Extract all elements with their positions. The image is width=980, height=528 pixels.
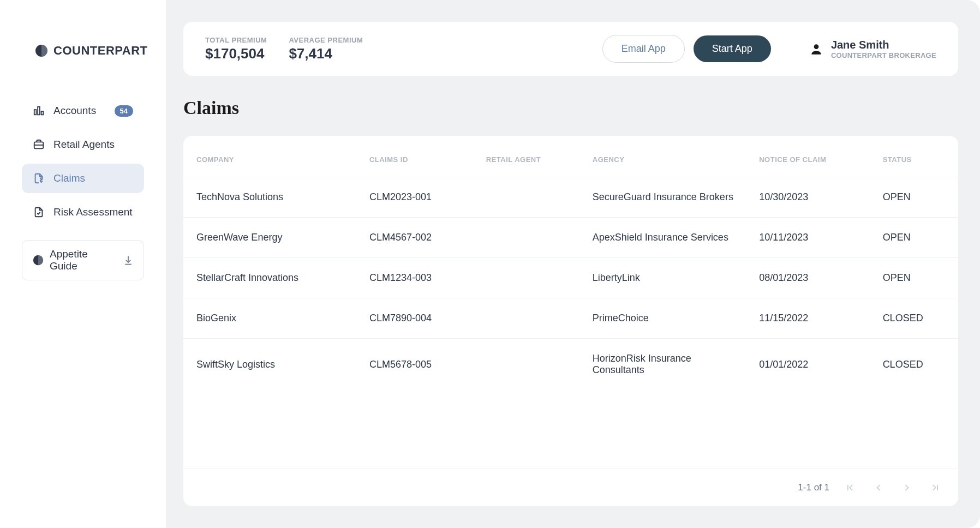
- cell-retail_agent: [475, 177, 582, 218]
- cell-retail_agent: [475, 218, 582, 258]
- sidebar-item-claims[interactable]: Claims: [22, 164, 144, 193]
- sidebar-item-retail-agents[interactable]: Retail Agents: [22, 130, 144, 159]
- sidebar-item-label: Retail Agents: [53, 139, 115, 151]
- svg-rect-2: [38, 107, 40, 115]
- col-status[interactable]: STATUS: [872, 136, 958, 177]
- svg-rect-1: [34, 110, 37, 115]
- user-org: COUNTERPART BROKERAGE: [831, 51, 936, 59]
- cell-company: GreenWave Energy: [183, 218, 358, 258]
- sidebar-item-label: Claims: [53, 172, 85, 184]
- cell-notice: 01/01/2022: [748, 339, 871, 391]
- col-agency[interactable]: AGENCY: [582, 136, 748, 177]
- file-check-icon: [33, 206, 45, 218]
- start-app-button[interactable]: Start App: [694, 35, 771, 62]
- pagination-prev-icon[interactable]: [871, 480, 886, 495]
- cell-status: OPEN: [872, 177, 958, 218]
- table-row[interactable]: StellarCraft InnovationsCLM1234-003Liber…: [183, 258, 958, 298]
- svg-rect-3: [41, 111, 44, 115]
- appetite-guide-button[interactable]: Appetite Guide: [22, 240, 144, 280]
- sidebar-item-label: Risk Assessment: [53, 206, 133, 218]
- briefcase-icon: [33, 139, 45, 151]
- brand-logo-mark-icon: [35, 44, 48, 57]
- sidebar-item-label: Accounts: [53, 105, 96, 117]
- cell-agency: SecureGuard Insurance Brokers: [582, 177, 748, 218]
- cell-agency: PrimeChoice: [582, 298, 748, 339]
- table-row[interactable]: BioGenixCLM7890-004PrimeChoice11/15/2022…: [183, 298, 958, 339]
- metric-label: TOTAL PREMIUM: [205, 36, 267, 44]
- cell-status: CLOSED: [872, 298, 958, 339]
- cell-company: SwiftSky Logistics: [183, 339, 358, 391]
- col-notice[interactable]: NOTICE OF CLAIM: [748, 136, 871, 177]
- cell-company: BioGenix: [183, 298, 358, 339]
- sidebar-item-risk-assessment[interactable]: Risk Assessment: [22, 197, 144, 227]
- cell-claims_id: CLM7890-004: [358, 298, 475, 339]
- cell-retail_agent: [475, 339, 582, 391]
- metric-label: AVERAGE PREMIUM: [289, 36, 363, 44]
- metric-average-premium: AVERAGE PREMIUM $7,414: [289, 36, 363, 62]
- claims-table: COMPANY CLAIMS ID RETAIL AGENT AGENCY NO…: [183, 136, 958, 390]
- cell-company: StellarCraft Innovations: [183, 258, 358, 298]
- pagination-first-icon[interactable]: [842, 480, 858, 495]
- email-app-button[interactable]: Email App: [602, 35, 685, 63]
- brand-logo[interactable]: COUNTERPART: [22, 44, 144, 58]
- cell-notice: 11/15/2022: [748, 298, 871, 339]
- cell-agency: HorizonRisk Insurance Consultants: [582, 339, 748, 391]
- pagination-next-icon[interactable]: [899, 480, 915, 495]
- file-money-icon: [33, 172, 45, 184]
- cell-status: CLOSED: [872, 339, 958, 391]
- cell-claims_id: CLM2023-001: [358, 177, 475, 218]
- user-avatar-icon: [809, 42, 823, 56]
- cell-claims_id: CLM1234-003: [358, 258, 475, 298]
- cell-notice: 08/01/2023: [748, 258, 871, 298]
- bar-chart-icon: [33, 105, 45, 117]
- cell-company: TechNova Solutions: [183, 177, 358, 218]
- metric-value: $170,504: [205, 45, 267, 62]
- pagination-range: 1-1 of 1: [798, 482, 829, 493]
- table-row[interactable]: TechNova SolutionsCLM2023-001SecureGuard…: [183, 177, 958, 218]
- user-name: Jane Smith: [831, 39, 936, 51]
- sidebar-nav: Accounts 54 Retail Agents Claims Risk A: [22, 96, 144, 227]
- metric-total-premium: TOTAL PREMIUM $170,504: [205, 36, 267, 62]
- cell-retail_agent: [475, 258, 582, 298]
- svg-point-6: [814, 44, 819, 49]
- metric-value: $7,414: [289, 45, 363, 62]
- cell-agency: ApexShield Insurance Services: [582, 218, 748, 258]
- claims-card: COMPANY CLAIMS ID RETAIL AGENT AGENCY NO…: [183, 136, 958, 506]
- cell-notice: 10/11/2023: [748, 218, 871, 258]
- topbar: TOTAL PREMIUM $170,504 AVERAGE PREMIUM $…: [183, 22, 958, 76]
- col-claims-id[interactable]: CLAIMS ID: [358, 136, 475, 177]
- user-menu[interactable]: Jane Smith COUNTERPART BROKERAGE: [809, 39, 936, 59]
- download-icon: [123, 255, 134, 266]
- page-title: Claims: [183, 98, 958, 118]
- appetite-guide-label: Appetite Guide: [50, 248, 117, 272]
- cell-status: OPEN: [872, 258, 958, 298]
- cell-status: OPEN: [872, 218, 958, 258]
- table-row[interactable]: GreenWave EnergyCLM4567-002ApexShield In…: [183, 218, 958, 258]
- main-content: TOTAL PREMIUM $170,504 AVERAGE PREMIUM $…: [166, 0, 980, 528]
- pagination: 1-1 of 1: [183, 469, 958, 506]
- cell-claims_id: CLM4567-002: [358, 218, 475, 258]
- sidebar-item-accounts[interactable]: Accounts 54: [22, 96, 144, 125]
- table-row[interactable]: SwiftSky LogisticsCLM5678-005HorizonRisk…: [183, 339, 958, 391]
- brand-name: COUNTERPART: [53, 44, 148, 58]
- cell-agency: LibertyLink: [582, 258, 748, 298]
- sidebar-badge: 54: [115, 105, 133, 117]
- brand-mark-small-icon: [32, 254, 44, 266]
- col-company[interactable]: COMPANY: [183, 136, 358, 177]
- sidebar: COUNTERPART Accounts 54 Retail Agents: [0, 0, 166, 528]
- pagination-last-icon[interactable]: [928, 480, 943, 495]
- col-retail-agent[interactable]: RETAIL AGENT: [475, 136, 582, 177]
- cell-notice: 10/30/2023: [748, 177, 871, 218]
- cell-retail_agent: [475, 298, 582, 339]
- cell-claims_id: CLM5678-005: [358, 339, 475, 391]
